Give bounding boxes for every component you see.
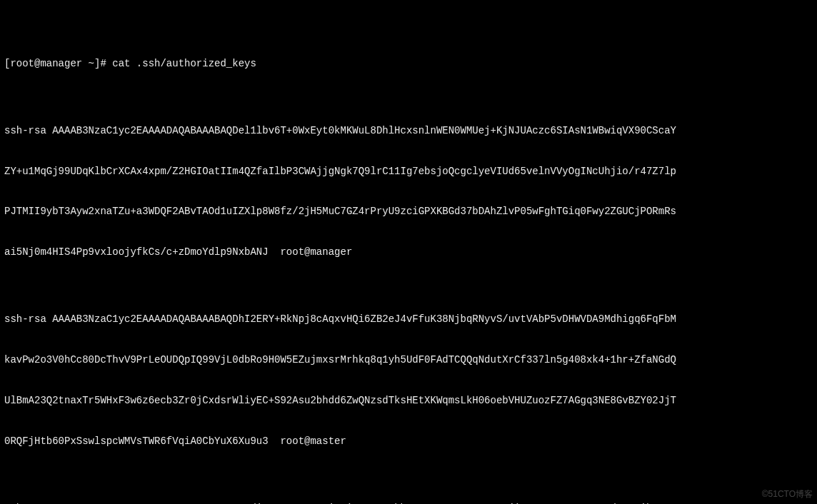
command-text: cat .ssh/authorized_keys (112, 58, 256, 69)
watermark: ©51CTO博客 (762, 488, 813, 500)
terminal[interactable]: [root@manager ~]# cat .ssh/authorized_ke… (0, 0, 817, 504)
ssh-key-line: ai5Nj0m4HIS4Pp9vxloojyfkCs/c+zDmoYdlp9Nx… (4, 246, 813, 259)
prompt: [root@manager ~]# (4, 58, 106, 69)
ssh-key-line: ssh-rsa AAAAB3NzaC1yc2EAAAADAQABAAABAQDe… (4, 124, 813, 138)
ssh-key-line: PJTMII9ybT3Ayw2xnaTZu+a3WDQF2ABvTAOd1uIZ… (4, 205, 813, 218)
ssh-key-line: kavPw2o3V0hCc80DcThvV9PrLeOUDQpIQ99VjL0d… (4, 353, 813, 367)
ssh-key-line: ZY+u1MqGj99UDqKlbCrXCAx4xpm/Z2HGIOatIIm4… (4, 165, 813, 178)
command-line: [root@manager ~]# cat .ssh/authorized_ke… (4, 57, 813, 71)
ssh-key-line: UlBmA23Q2tnaxTr5WHxF3w6z6ecb3Zr0jCxdsrWl… (4, 394, 813, 408)
ssh-key-line: ssh-rsa AAAAB3NzaC1yc2EAAAADAQABAAABAQDh… (4, 313, 813, 326)
ssh-key-line: 0RQFjHtb60PxSswlspcWMVsTWR6fVqiA0CbYuX6X… (4, 435, 813, 448)
